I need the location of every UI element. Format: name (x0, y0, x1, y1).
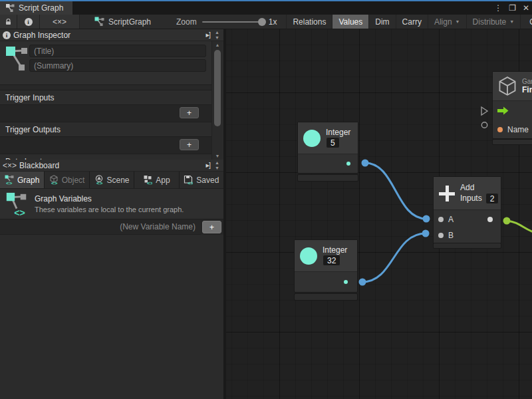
wire-integer5-to-add-a[interactable] (365, 163, 426, 219)
tab-graph-label: Graph (17, 176, 39, 185)
node-body (295, 272, 357, 292)
name-port-row: Name (493, 120, 532, 138)
add-trigger-output-button[interactable]: + (180, 139, 199, 150)
unconnected-trigger-port-icon[interactable] (481, 107, 487, 115)
zoom-slider-knob[interactable] (258, 18, 266, 26)
inputs-count-field[interactable]: 2 (485, 193, 499, 204)
node-title: Find (522, 85, 532, 94)
window-close-icon[interactable]: ✕ (523, 3, 529, 13)
trigger-port-row (493, 101, 532, 120)
graph-inspector-header: i Graph Inspector ▸] ▲ ▼ (0, 29, 223, 41)
scroll-up-icon[interactable]: ▲ (215, 160, 219, 166)
title-field[interactable]: (Title) (29, 45, 206, 57)
tab-object-label: Object (62, 176, 85, 185)
integer-value-field[interactable]: 5 (326, 137, 340, 148)
wire-endpoint[interactable] (422, 230, 430, 237)
graph-name-label: ScriptGraph (108, 17, 151, 27)
node-body (298, 154, 358, 173)
node-integer-5[interactable]: Integer 5 (297, 122, 358, 174)
node-gameobject-find[interactable]: Game Object Find Name (492, 71, 532, 139)
app-tab-icon: <> (143, 175, 152, 185)
scrollbar-thumb[interactable] (214, 50, 221, 126)
new-variable-input[interactable]: (New Variable Name) (0, 219, 201, 235)
port-row-a: A (434, 210, 501, 228)
lock-button[interactable] (0, 15, 17, 29)
graph-variables-title: Graph Variables (35, 194, 184, 203)
unconnected-value-port-icon[interactable] (481, 122, 487, 128)
node-integer-32[interactable]: Integer 32 (294, 239, 358, 293)
summary-field[interactable]: (Summary) (29, 59, 206, 72)
zoom-slider[interactable] (202, 21, 263, 23)
align-dropdown[interactable]: Align ▼ (428, 15, 467, 29)
tab-scene[interactable]: <> Scene (90, 172, 134, 188)
node-footer (297, 174, 358, 182)
graph-tab-icon: <> (5, 175, 14, 185)
overview-button[interactable]: Overview (523, 15, 532, 29)
node-title: Add (460, 183, 499, 192)
window-maximize-icon[interactable]: ❐ (509, 3, 516, 13)
new-variable-row: (New Variable Name) + (0, 219, 223, 235)
add-operator-icon (439, 186, 455, 201)
node-add[interactable]: Add Inputs 2 A B (433, 176, 501, 247)
scroll-up-icon[interactable]: ▲ (215, 30, 219, 35)
add-variable-button[interactable]: + (202, 221, 221, 233)
tab-saved-label: Saved (196, 176, 219, 185)
dock-icon[interactable]: ▸] (205, 31, 210, 39)
header-scroll-arrows[interactable]: ▲ ▼ (213, 30, 221, 41)
integer-literal-icon (300, 247, 317, 265)
input-port-b[interactable] (438, 233, 444, 238)
graph-variables-info: <> Graph Variables These variables are l… (0, 189, 223, 219)
input-port-a[interactable] (438, 217, 444, 222)
tab-saved[interactable]: <> Saved (180, 172, 223, 188)
output-port[interactable] (487, 217, 493, 222)
integer-value-field[interactable]: 32 (323, 255, 340, 266)
dim-toggle[interactable]: Dim (369, 15, 396, 29)
wire-endpoint[interactable] (359, 279, 366, 286)
wire-add-output[interactable] (507, 221, 532, 233)
blackboard-title: Blackboard (19, 161, 59, 170)
scroll-down-icon[interactable]: ▼ (212, 154, 223, 158)
tab-object[interactable]: <> Object (45, 172, 89, 188)
header-scroll-arrows[interactable]: ▲ ▼ (213, 160, 221, 171)
port-row-b: B (434, 228, 501, 243)
add-trigger-input-button[interactable]: + (180, 107, 199, 118)
svg-text:<>: <> (188, 180, 193, 186)
trigger-outputs-section: Trigger Outputs (0, 122, 211, 137)
tab-script-graph[interactable]: Script Graph (0, 1, 72, 15)
values-toggle[interactable]: Values (332, 15, 369, 29)
graph-breadcrumb[interactable]: ScriptGraph (89, 15, 156, 29)
distribute-dropdown[interactable]: Distribute ▼ (467, 15, 521, 29)
graph-toolbar: i <×> ScriptGraph Zoom 1x Relations Valu… (0, 15, 532, 29)
output-port[interactable] (344, 280, 348, 284)
unit-options-button[interactable]: <×> (40, 15, 80, 29)
name-input-port[interactable] (497, 127, 503, 132)
trigger-inputs-section: Trigger Inputs (0, 90, 211, 105)
output-port[interactable] (346, 162, 350, 166)
tab-app[interactable]: <> App (134, 172, 179, 188)
saved-tab-icon: <> (184, 175, 193, 185)
wire-endpoint[interactable] (423, 215, 430, 223)
scroll-up-icon[interactable]: ▲ (212, 43, 223, 47)
tab-graph[interactable]: <> Graph (0, 172, 45, 188)
dock-icon[interactable]: ▸] (205, 161, 210, 170)
window-tab-bar: Script Graph ⋮ ❐ ✕ (0, 1, 532, 15)
relations-toggle[interactable]: Relations (287, 15, 332, 29)
window-tab-title: Script Graph (19, 3, 63, 13)
game-object-icon (498, 76, 517, 96)
scroll-down-icon[interactable]: ▼ (215, 166, 219, 171)
wire-endpoint[interactable] (362, 160, 369, 167)
wire-integer32-to-add-b[interactable] (362, 233, 426, 282)
trigger-outputs-label: Trigger Outputs (5, 125, 61, 134)
angle-x-icon: <×> (53, 17, 66, 27)
trigger-input-arrow-icon[interactable] (497, 106, 509, 115)
scroll-down-icon[interactable]: ▼ (215, 35, 219, 41)
sidebar: i Graph Inspector ▸] ▲ ▼ (Title) (Summar… (0, 29, 223, 399)
wire-endpoint[interactable] (503, 217, 511, 225)
graph-canvas[interactable]: Integer 5 Integer 32 Add In (226, 29, 532, 399)
window-menu-icon[interactable]: ⋮ (494, 3, 502, 13)
inspector-scrollbar[interactable]: ▲ ▼ (211, 41, 222, 160)
blackboard-tabs: <> Graph <> Object <> Scene <> (0, 172, 223, 189)
tab-scene-label: Scene (107, 176, 130, 185)
carry-toggle[interactable]: Carry (396, 15, 428, 29)
inspect-button[interactable]: i (17, 15, 40, 29)
